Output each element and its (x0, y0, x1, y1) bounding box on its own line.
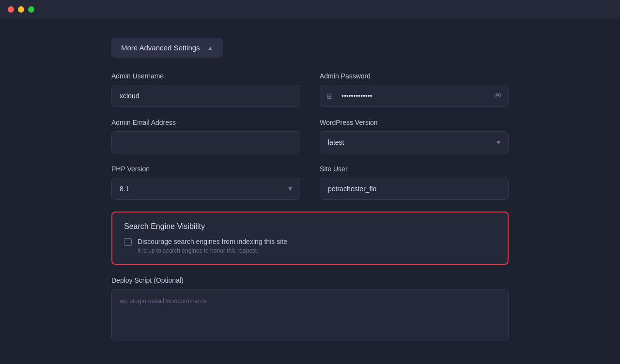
sev-checkbox-row: Discourage search engines from indexing … (124, 238, 496, 254)
wordpress-version-wrapper: latest 6.4 6.3 6.2 ▼ (320, 131, 509, 153)
deploy-script-textarea[interactable] (111, 289, 509, 341)
admin-username-input[interactable] (111, 85, 300, 107)
password-prefix-icon: ⊞ (326, 91, 333, 101)
sev-text-group: Discourage search engines from indexing … (138, 238, 287, 254)
admin-email-label: Admin Email Address (111, 119, 300, 126)
admin-password-input[interactable] (320, 85, 509, 107)
main-content: More Advanced Settings ▲ Admin Username … (0, 18, 620, 364)
wordpress-version-select[interactable]: latest 6.4 6.3 6.2 (320, 131, 509, 153)
password-toggle-button[interactable]: 👁 (494, 91, 502, 100)
wordpress-version-group: WordPress Version latest 6.4 6.3 6.2 ▼ (320, 119, 509, 153)
form-grid: Admin Username Admin Password ⊞ 👁 Admin … (111, 72, 509, 200)
more-advanced-settings-button[interactable]: More Advanced Settings ▲ (111, 38, 223, 58)
maximize-button[interactable] (28, 6, 34, 13)
deploy-script-label: Deploy Script (Optional) (111, 276, 509, 284)
sev-helper-text: It is up to search engines to honor this… (138, 247, 287, 254)
settings-content: More Advanced Settings ▲ Admin Username … (111, 38, 509, 354)
php-version-label: PHP Version (111, 165, 300, 173)
eye-icon: 👁 (494, 91, 502, 100)
minimize-button[interactable] (18, 6, 24, 13)
admin-password-label: Admin Password (320, 72, 509, 80)
title-bar (0, 0, 620, 18)
admin-email-group: Admin Email Address (111, 119, 300, 153)
deploy-script-section: Deploy Script (Optional) (111, 276, 509, 343)
admin-username-label: Admin Username (111, 72, 300, 80)
chevron-up-icon: ▲ (207, 45, 213, 51)
sev-checkbox-label: Discourage search engines from indexing … (138, 238, 287, 245)
close-button[interactable] (8, 6, 14, 13)
php-version-group: PHP Version 8.1 8.0 7.4 7.3 ▼ (111, 165, 300, 200)
php-version-wrapper: 8.1 8.0 7.4 7.3 ▼ (111, 178, 300, 200)
php-version-select[interactable]: 8.1 8.0 7.4 7.3 (111, 178, 300, 200)
sev-title: Search Engine Visibility (124, 222, 496, 231)
admin-password-group: Admin Password ⊞ 👁 (320, 72, 509, 107)
sev-checkbox[interactable] (124, 238, 132, 246)
site-user-group: Site User (320, 165, 509, 200)
accordion-label: More Advanced Settings (121, 44, 200, 52)
admin-username-group: Admin Username (111, 72, 300, 107)
admin-email-input[interactable] (111, 131, 300, 153)
site-user-input[interactable] (320, 178, 509, 200)
wordpress-version-label: WordPress Version (320, 119, 509, 126)
site-user-label: Site User (320, 165, 509, 173)
password-wrapper: ⊞ 👁 (320, 85, 509, 107)
traffic-lights (8, 6, 34, 13)
search-engine-visibility-box: Search Engine Visibility Discourage sear… (111, 212, 509, 265)
